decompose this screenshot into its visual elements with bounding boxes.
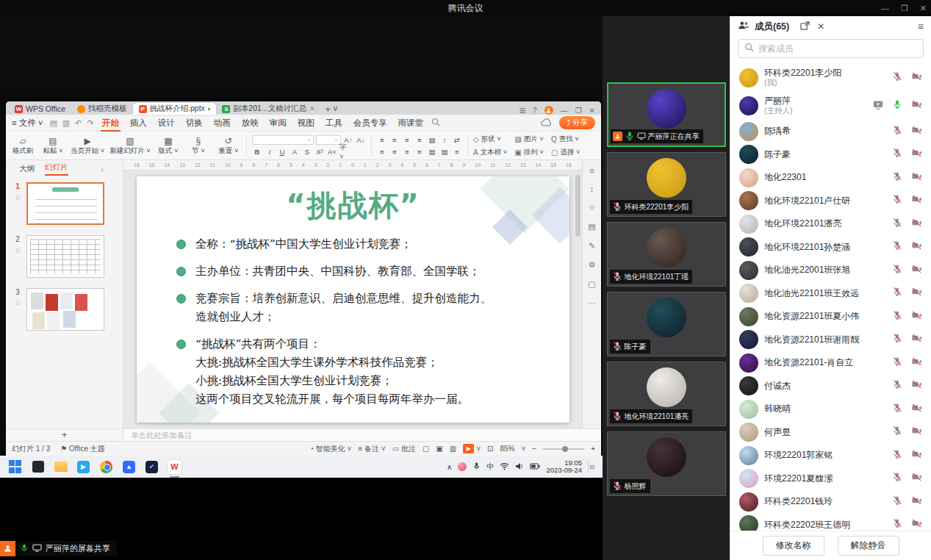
list-format-icon-0[interactable]: ≡: [377, 135, 387, 145]
toolbar-当页开始[interactable]: ▶当页开始 ˅: [71, 137, 104, 154]
new-tab-button[interactable]: + ˅: [326, 104, 338, 115]
popout-panel-icon[interactable]: [800, 20, 810, 33]
member-row[interactable]: 地化油光22101班王效远: [730, 282, 931, 306]
campus-app-icon[interactable]: ✔: [144, 459, 159, 475]
align-icon-4[interactable]: ▤: [427, 147, 437, 157]
collapse-panel-icon[interactable]: ‹: [101, 165, 110, 173]
member-row[interactable]: 地化22301: [730, 166, 931, 190]
toolbar-版式[interactable]: ▦版式 ˅: [156, 137, 181, 154]
chrome-icon[interactable]: [98, 459, 114, 475]
theme-name[interactable]: ⚑ Office 主题: [60, 444, 104, 454]
format-color-A[interactable]: A˅: [327, 147, 337, 157]
align-icon-2[interactable]: ≡: [402, 147, 412, 157]
video-tile[interactable]: 地化环境22101潘亮: [607, 362, 726, 426]
battery-icon[interactable]: [530, 463, 540, 471]
video-tile[interactable]: 环科类22201李少阳: [607, 152, 726, 217]
list-format-icon-6[interactable]: ⇄: [452, 135, 462, 145]
format-B[interactable]: B: [252, 147, 262, 157]
rail-icon-1[interactable]: ↕: [590, 184, 594, 193]
menu-会员专享[interactable]: 会员专享: [352, 118, 389, 129]
video-tile[interactable]: 地化环境22101丁瑶: [607, 222, 726, 287]
toolbar-重置[interactable]: ↺重置 ˅: [216, 137, 241, 154]
view-read-icon[interactable]: ▥: [450, 445, 456, 453]
ime-indicator[interactable]: 中: [486, 462, 494, 472]
member-row[interactable]: 地化环境22101卢仕研: [730, 190, 931, 213]
close-icon[interactable]: ✕: [920, 4, 927, 13]
format-S[interactable]: S: [302, 147, 312, 157]
add-slide-button[interactable]: +: [6, 429, 123, 441]
rail-icon-5[interactable]: ⚙: [589, 260, 596, 270]
slide-canvas[interactable]: “挑战杯” 全称：“挑战杯”中国大学生创业计划竞赛；主办单位：共青团中央、中国科…: [137, 176, 569, 423]
member-row[interactable]: 环境22201郭家铭: [730, 444, 931, 467]
member-row[interactable]: 韩晓晴: [730, 398, 931, 421]
rail-icon-3[interactable]: ▤: [588, 222, 595, 231]
menu-动画[interactable]: 动画: [212, 118, 232, 129]
file-explorer-icon[interactable]: [53, 459, 68, 475]
toolbar-查找[interactable]: Q查找 ˅: [551, 134, 580, 144]
rail-icon-4[interactable]: ✎: [589, 241, 595, 251]
align-icon-5[interactable]: ▤: [439, 147, 450, 157]
panel-menu-icon[interactable]: ≡: [918, 21, 924, 32]
zoom-slider[interactable]: [543, 448, 584, 450]
wps-minimize-icon[interactable]: —: [561, 107, 568, 115]
close-panel-icon[interactable]: ✕: [817, 21, 824, 32]
rail-icon-7[interactable]: ⋯: [588, 298, 596, 308]
member-row[interactable]: 地化环境22101潘亮: [730, 212, 931, 236]
unmute-button[interactable]: 解除静音: [838, 536, 899, 556]
rail-icon-2[interactable]: ☆: [589, 203, 596, 212]
wps-account-avatar[interactable]: [544, 106, 553, 115]
document-scrollbar[interactable]: [575, 175, 580, 420]
maximize-icon[interactable]: ❐: [901, 4, 908, 13]
toolbar-新建幻灯片[interactable]: ▧新建幻灯片 ˅: [109, 137, 151, 154]
notes-placeholder[interactable]: 单击此处添加备注: [123, 429, 601, 441]
menu-视图[interactable]: 视图: [296, 118, 316, 129]
member-row[interactable]: 陈瑀希: [730, 120, 931, 143]
member-search[interactable]: [738, 39, 924, 58]
toolbar-粘贴[interactable]: ▤粘贴 ˅: [40, 137, 65, 154]
fit-window-icon[interactable]: ⊡: [487, 445, 493, 453]
member-row[interactable]: 付诚杰: [730, 375, 931, 398]
font-size-select[interactable]: ˅: [316, 135, 341, 145]
list-format-icon-1[interactable]: ≡: [389, 135, 400, 145]
tray-mic-icon[interactable]: [472, 462, 481, 472]
wps-home-tab[interactable]: WWPS Office: [9, 103, 71, 115]
member-row[interactable]: 地化资源22101班夏小伟: [730, 305, 931, 329]
list-format-icon-5[interactable]: ↕: [439, 135, 450, 145]
taskbar-clock[interactable]: 19:052023-09-24: [546, 459, 582, 475]
member-row[interactable]: 环科类22201李少阳(我): [730, 64, 931, 92]
member-row[interactable]: 严丽萍(主持人): [730, 92, 931, 120]
member-row[interactable]: 地化资源22101班谢雨靓: [730, 329, 931, 352]
member-row[interactable]: 环科类22202班王德明: [730, 514, 931, 531]
toolbar-格式刷[interactable]: ▱格式刷: [10, 137, 35, 154]
video-tile[interactable]: 严丽萍正在共享: [607, 82, 726, 147]
member-row[interactable]: 环科类22201钱玲: [730, 490, 931, 514]
meeting-app-icon[interactable]: ▶: [76, 459, 91, 475]
file-menu[interactable]: ≡ 文件 ˅: [12, 118, 43, 129]
cloud-sync-icon[interactable]: [541, 118, 553, 128]
shrink-font-icon[interactable]: A↓: [356, 135, 366, 145]
document-tab-active[interactable]: P挑战杯介绍.pptx•: [133, 103, 217, 115]
format-U[interactable]: U: [277, 147, 287, 157]
member-row[interactable]: 环境22201夏馥潆: [730, 467, 931, 491]
screen-share-badge[interactable]: 严丽萍的屏幕共享: [0, 541, 117, 556]
menu-工具[interactable]: 工具: [324, 118, 344, 129]
slide-thumbnail-1[interactable]: 1☆: [6, 182, 123, 225]
member-row[interactable]: 地化环境22101孙楚涵: [730, 236, 931, 259]
volume-icon[interactable]: [515, 462, 524, 472]
toolbar-节[interactable]: §节 ˅: [186, 137, 211, 154]
video-tile[interactable]: 陈子豪: [607, 292, 726, 356]
member-row[interactable]: 陈子豪: [730, 143, 931, 167]
tray-expand-icon[interactable]: ∧: [447, 463, 452, 471]
comments-button[interactable]: ▭ 批注: [392, 444, 416, 454]
toolbar-文本框[interactable]: A文本框 ˅: [473, 148, 507, 157]
toolbar-形状[interactable]: ◇形状 ˅: [473, 134, 507, 144]
search-input[interactable]: [758, 43, 917, 54]
ribbon-search-icon[interactable]: [431, 118, 440, 128]
share-document-button[interactable]: ⤴ 分享: [559, 116, 595, 129]
minimize-icon[interactable]: —: [881, 4, 889, 12]
menu-放映[interactable]: 放映: [240, 118, 260, 129]
view-sorter-icon[interactable]: ▣: [436, 445, 442, 453]
toolbar-选择[interactable]: ▢选择 ˅: [551, 148, 580, 157]
zoom-in-button[interactable]: +: [591, 445, 595, 453]
wifi-icon[interactable]: [500, 462, 509, 472]
